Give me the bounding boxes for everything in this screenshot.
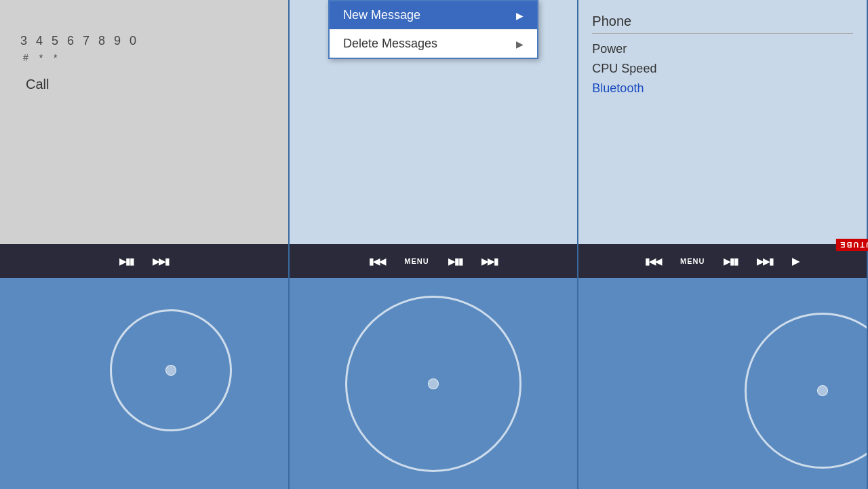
play-pause-button-right[interactable]: ▶▮▮ (714, 244, 747, 278)
delete-messages-item[interactable]: Delete Messages ▶ (330, 30, 537, 58)
keypad-symbols: # * * (20, 52, 268, 63)
youtube-watermark: YOUTUBE (836, 239, 868, 251)
rewind-button-middle[interactable]: ▮◀◀ (359, 244, 395, 278)
menu-label-middle: MENU (404, 257, 429, 265)
play-pause-button-left[interactable]: ▶▮▮ (110, 244, 143, 278)
wheel-area-right (578, 278, 867, 489)
cpu-speed-item[interactable]: CPU Speed (592, 59, 853, 79)
click-wheel-right[interactable] (745, 313, 868, 469)
fast-forward-button-right[interactable]: ▶▶▮ (747, 244, 783, 278)
right-arrow-icon: ▶ (792, 256, 800, 267)
messages-dropdown: New Message ▶ Delete Messages ▶ (328, 0, 538, 59)
ipod-container: 3 4 5 6 7 8 9 0 # * * Call ▶▮▮ ▶▶▮ (0, 0, 868, 489)
fast-forward-button-middle[interactable]: ▶▶▮ (472, 244, 507, 278)
delete-messages-label: Delete Messages (343, 37, 437, 51)
play-pause-button-middle[interactable]: ▶▮▮ (439, 244, 472, 278)
menu-label-right: MENU (680, 257, 705, 265)
play-pause-icon-right: ▶▮▮ (724, 256, 738, 267)
fast-forward-icon-right: ▶▶▮ (757, 256, 773, 267)
rewind-icon-right: ▮◀◀ (645, 256, 661, 267)
ipod-panel-left: 3 4 5 6 7 8 9 0 # * * Call ▶▮▮ ▶▶▮ (0, 0, 290, 489)
menu-button-middle[interactable]: MENU (395, 244, 438, 278)
fast-forward-icon-left: ▶▶▮ (153, 256, 169, 267)
keypad-area: 3 4 5 6 7 8 9 0 # * * Call (10, 20, 278, 99)
play-pause-icon-left: ▶▮▮ (119, 256, 134, 267)
wheel-area-left (0, 278, 288, 489)
fast-forward-icon-middle: ▶▶▮ (481, 256, 498, 267)
bluetooth-item[interactable]: Bluetooth (592, 79, 853, 98)
rewind-button-right[interactable]: ▮◀◀ (635, 244, 671, 278)
power-item[interactable]: Power (592, 39, 853, 59)
ipod-panel-right: Phone Power CPU Speed Bluetooth ▮◀◀ MENU… (578, 0, 868, 489)
rewind-icon-middle: ▮◀◀ (369, 256, 385, 267)
call-button-label[interactable]: Call (20, 77, 268, 92)
new-message-item[interactable]: New Message ▶ (330, 1, 537, 30)
wheel-center-left (165, 365, 176, 376)
fast-forward-button-left[interactable]: ▶▶▮ (143, 244, 178, 278)
click-wheel-left[interactable] (110, 309, 232, 431)
controls-bar-middle: ▮◀◀ MENU ▶▮▮ ▶▶▮ (290, 244, 578, 278)
new-message-label: New Message (343, 8, 420, 22)
menu-button-right[interactable]: MENU (671, 244, 714, 278)
screen-right: Phone Power CPU Speed Bluetooth (578, 0, 867, 244)
settings-menu: Phone Power CPU Speed Bluetooth (592, 14, 853, 98)
controls-bar-left: ▶▮▮ ▶▶▮ (0, 244, 288, 278)
controls-bar-right: ▮◀◀ MENU ▶▮▮ ▶▶▮ ▶ (578, 244, 867, 278)
click-wheel-middle[interactable] (345, 296, 521, 472)
keypad-numbers: 3 4 5 6 7 8 9 0 (20, 34, 268, 48)
wheel-center-middle (428, 378, 439, 389)
ipod-panel-middle: New Message ▶ Delete Messages ▶ ▮◀◀ MENU… (290, 0, 579, 489)
wheel-center-right (817, 385, 828, 396)
new-message-arrow: ▶ (516, 10, 524, 21)
right-arrow-indicator: ▶ (783, 244, 810, 278)
settings-menu-title: Phone (592, 14, 853, 34)
wheel-area-middle (290, 278, 578, 489)
screen-left: 3 4 5 6 7 8 9 0 # * * Call (0, 0, 288, 244)
screen-middle: New Message ▶ Delete Messages ▶ (290, 0, 578, 244)
delete-messages-arrow: ▶ (516, 39, 524, 50)
play-pause-icon-middle: ▶▮▮ (448, 256, 462, 267)
